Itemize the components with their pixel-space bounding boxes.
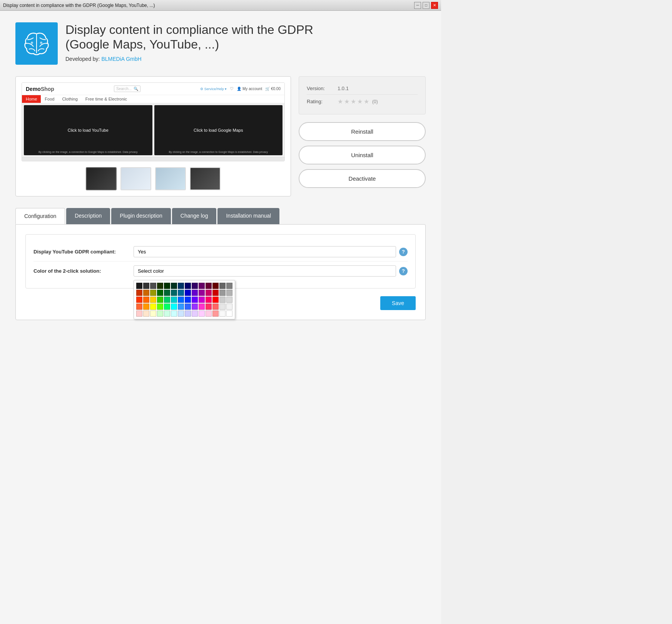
color-swatch[interactable] — [157, 297, 163, 303]
color-swatch[interactable] — [157, 290, 163, 296]
color-swatch[interactable] — [199, 283, 205, 289]
color-swatch[interactable] — [199, 304, 205, 310]
color-swatch[interactable] — [226, 310, 232, 317]
color-swatch[interactable] — [136, 283, 142, 289]
color-swatch[interactable] — [219, 297, 226, 303]
reinstall-button[interactable]: Reinstall — [299, 122, 426, 141]
color-swatch[interactable] — [219, 310, 226, 317]
color-swatch[interactable] — [226, 283, 232, 289]
color-swatch[interactable] — [178, 283, 184, 289]
color-swatch[interactable] — [206, 304, 212, 310]
close-button[interactable]: ✕ — [431, 2, 438, 9]
color-swatch[interactable] — [212, 310, 219, 317]
color-swatch[interactable] — [178, 304, 184, 310]
color-swatch[interactable] — [136, 297, 142, 303]
color-swatch[interactable] — [150, 283, 156, 289]
color-swatch[interactable] — [157, 304, 163, 310]
color-swatch[interactable] — [192, 283, 198, 289]
account-icon[interactable]: 👤 My account — [237, 87, 262, 91]
color-swatch[interactable] — [143, 304, 149, 310]
tab-description[interactable]: Description — [66, 208, 110, 224]
color-swatch[interactable] — [164, 304, 170, 310]
color-swatch[interactable] — [226, 290, 232, 296]
color-swatch[interactable] — [226, 297, 232, 303]
color-swatch[interactable] — [150, 304, 156, 310]
thumbnail-3[interactable] — [155, 167, 186, 190]
nav-food[interactable]: Food — [41, 95, 58, 103]
color-swatch[interactable] — [185, 283, 191, 289]
color-swatch[interactable] — [192, 304, 198, 310]
color-swatch[interactable] — [143, 297, 149, 303]
color-swatch[interactable] — [199, 290, 205, 296]
color-swatch[interactable] — [150, 310, 156, 317]
color-swatch[interactable] — [164, 310, 170, 317]
color-swatch[interactable] — [206, 283, 212, 289]
color-swatch[interactable] — [143, 290, 149, 296]
color-swatch[interactable] — [157, 283, 163, 289]
color-swatch[interactable] — [136, 304, 142, 310]
color-swatch[interactable] — [185, 290, 191, 296]
color-swatch[interactable] — [157, 310, 163, 317]
color-swatch[interactable] — [192, 310, 198, 317]
color-select[interactable]: Select color — [134, 265, 396, 277]
color-swatch[interactable] — [185, 310, 191, 317]
save-button[interactable]: Save — [380, 296, 416, 310]
color-swatch[interactable] — [192, 297, 198, 303]
color-swatch[interactable] — [164, 290, 170, 296]
tab-change-log[interactable]: Change log — [172, 208, 217, 224]
color-swatch[interactable] — [164, 283, 170, 289]
color-swatch[interactable] — [192, 290, 198, 296]
nav-home[interactable]: Home — [22, 95, 41, 103]
color-swatch[interactable] — [212, 283, 219, 289]
minimize-button[interactable]: ─ — [414, 2, 421, 9]
color-swatch[interactable] — [226, 304, 232, 310]
googlemaps-tile[interactable]: Click to load Google Maps By clicking on… — [154, 105, 283, 155]
color-swatch[interactable] — [178, 290, 184, 296]
color-swatch[interactable] — [171, 290, 177, 296]
wishlist-icon[interactable]: ♡ — [230, 86, 234, 91]
youtube-tile[interactable]: Click to load YouTube By clicking on the… — [24, 105, 152, 155]
nav-freetime[interactable]: Free time & Electronic — [82, 95, 131, 103]
color-swatch[interactable] — [212, 290, 219, 296]
color-swatch[interactable] — [136, 310, 142, 317]
youtube-help-button[interactable]: ? — [399, 248, 408, 256]
color-swatch[interactable] — [171, 304, 177, 310]
uninstall-button[interactable]: Uninstall — [299, 146, 426, 164]
tab-plugin-description[interactable]: Plugin description — [111, 208, 171, 224]
color-swatch[interactable] — [143, 283, 149, 289]
thumbnail-2[interactable] — [120, 167, 151, 190]
color-swatch[interactable] — [219, 304, 226, 310]
demoshop-search[interactable]: Search... 🔍 — [114, 86, 140, 92]
tab-installation-manual[interactable]: Installation manual — [217, 208, 279, 224]
cart-icon[interactable]: 🛒 €0.00 — [265, 87, 281, 91]
thumbnail-4[interactable] — [190, 167, 221, 190]
color-swatch[interactable] — [219, 283, 226, 289]
maximize-button[interactable]: □ — [423, 2, 430, 9]
color-swatch[interactable] — [171, 297, 177, 303]
developer-link[interactable]: BLMEDiA GmbH — [101, 56, 141, 62]
color-swatch[interactable] — [136, 290, 142, 296]
color-swatch[interactable] — [212, 304, 219, 310]
tab-configuration[interactable]: Configuration — [15, 208, 65, 224]
color-swatch[interactable] — [185, 297, 191, 303]
color-swatch[interactable] — [199, 297, 205, 303]
color-swatch[interactable] — [206, 297, 212, 303]
color-swatch[interactable] — [178, 297, 184, 303]
window-controls[interactable]: ─ □ ✕ — [414, 2, 438, 9]
color-swatch[interactable] — [206, 290, 212, 296]
color-swatch[interactable] — [185, 304, 191, 310]
color-swatch[interactable] — [143, 310, 149, 317]
color-swatch[interactable] — [164, 297, 170, 303]
thumbnail-1[interactable] — [86, 167, 117, 190]
color-swatch[interactable] — [212, 297, 219, 303]
color-swatch[interactable] — [150, 297, 156, 303]
color-swatch[interactable] — [219, 290, 226, 296]
color-swatch[interactable] — [206, 310, 212, 317]
color-swatch[interactable] — [150, 290, 156, 296]
deactivate-button[interactable]: Deactivate — [299, 169, 426, 188]
color-swatch[interactable] — [171, 310, 177, 317]
color-help-button[interactable]: ? — [399, 267, 408, 275]
nav-clothing[interactable]: Clothing — [58, 95, 81, 103]
color-swatch[interactable] — [178, 310, 184, 317]
color-swatch[interactable] — [171, 283, 177, 289]
